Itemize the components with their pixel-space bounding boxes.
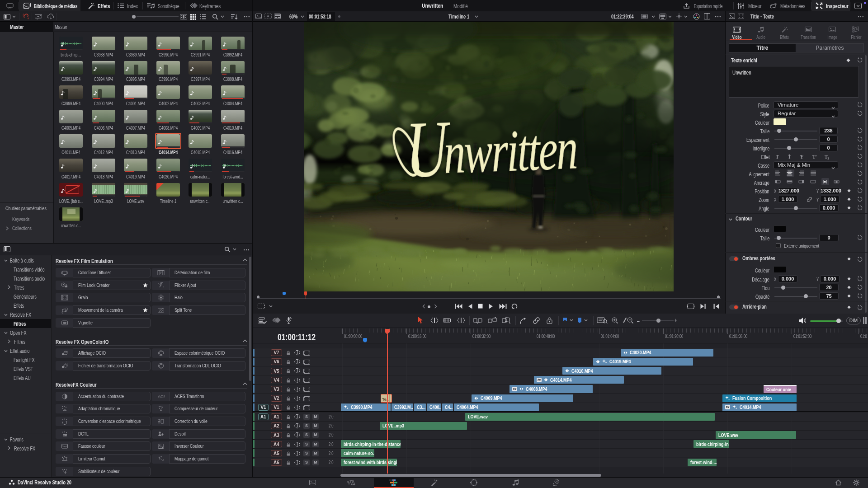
svg-text:ACES: ACES	[158, 394, 165, 399]
svg-text:DCTL: DCTL	[63, 434, 68, 436]
